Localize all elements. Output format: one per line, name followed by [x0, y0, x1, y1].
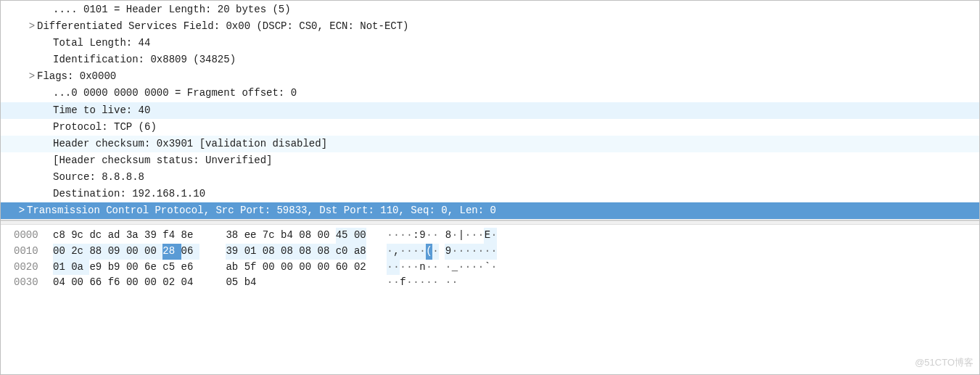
hex-byte[interactable]: 66 — [89, 275, 107, 291]
hex-byte[interactable]: 00 — [354, 228, 366, 244]
ascii-char[interactable]: · — [387, 260, 393, 276]
ip-ttl[interactable]: Time to live: 40 — [1, 102, 979, 119]
hex-byte[interactable]: 01 — [244, 244, 263, 260]
ascii-char[interactable]: 8 — [445, 228, 451, 244]
hex-byte[interactable]: 60 — [336, 260, 354, 276]
ascii-char[interactable]: · — [471, 260, 477, 276]
hex-byte[interactable]: e6 — [181, 260, 199, 276]
hex-byte[interactable]: ee — [244, 228, 263, 244]
hex-byte[interactable]: 02 — [354, 260, 366, 276]
hex-byte[interactable]: 00 — [126, 260, 144, 276]
hex-byte[interactable]: 08 — [299, 228, 317, 244]
ascii-char[interactable]: · — [451, 228, 458, 244]
hex-byte[interactable]: dc — [89, 228, 107, 244]
hex-byte[interactable]: 04 — [53, 275, 71, 291]
ascii-char[interactable]: · — [464, 244, 471, 260]
hex-byte[interactable]: f6 — [108, 275, 126, 291]
hex-byte[interactable]: a8 — [354, 244, 366, 260]
hex-byte[interactable]: f4 — [162, 228, 181, 244]
hex-byte[interactable]: 8e — [181, 228, 199, 244]
ascii-char[interactable]: · — [490, 260, 497, 276]
ascii-char[interactable]: · — [477, 260, 484, 276]
hex-byte[interactable]: 45 — [336, 228, 354, 244]
ascii-char[interactable]: · — [387, 228, 393, 244]
hex-byte[interactable]: 5f — [244, 260, 263, 276]
hex-byte[interactable]: ab — [226, 260, 244, 276]
ascii-char[interactable]: · — [432, 244, 439, 260]
ascii-char[interactable]: · — [419, 275, 426, 291]
ip-len[interactable]: Total Length: 44 — [1, 35, 979, 51]
hex-byte[interactable]: 0a — [71, 260, 89, 276]
ascii-char[interactable]: E — [484, 228, 490, 244]
ascii-char[interactable]: · — [458, 260, 464, 276]
expand-icon[interactable]: > — [17, 202, 27, 219]
ascii-char[interactable]: · — [464, 260, 471, 276]
ascii-char[interactable]: · — [406, 260, 413, 276]
ascii-char[interactable]: ` — [484, 260, 490, 276]
ascii-char[interactable]: · — [406, 228, 413, 244]
hex-byte[interactable]: 00 — [281, 260, 299, 276]
ascii-char[interactable]: · — [490, 244, 497, 260]
ascii-char[interactable]: 9 — [445, 244, 451, 260]
ascii-char[interactable]: · — [426, 260, 432, 276]
hex-byte[interactable]: 04 — [181, 275, 199, 291]
hex-byte[interactable]: 39 — [144, 228, 162, 244]
packet-details-pane[interactable]: .... 0101 = Header Length: 20 bytes (5)>… — [1, 1, 979, 221]
ascii-char[interactable]: · — [477, 228, 484, 244]
expand-icon[interactable]: > — [27, 68, 37, 85]
expand-icon[interactable]: > — [27, 18, 37, 35]
hex-byte[interactable]: b4 — [244, 275, 257, 291]
hex-bytes[interactable]: c8 9c dc ad 3a 39 f4 8e 38 ee 7c b4 08 0… — [53, 228, 387, 244]
hex-byte[interactable]: 09 — [108, 244, 126, 260]
ascii-char[interactable]: ( — [426, 244, 432, 260]
hex-byte[interactable]: 08 — [318, 244, 336, 260]
hex-ascii[interactable]: ·,····(· 9······· — [387, 244, 979, 260]
ascii-char[interactable]: · — [413, 244, 419, 260]
ascii-char[interactable]: · — [406, 244, 413, 260]
hex-ascii[interactable]: ····:9·· 8·|···E· — [387, 228, 979, 244]
ascii-char[interactable]: · — [477, 244, 484, 260]
ascii-char[interactable]: · — [393, 275, 400, 291]
hex-byte[interactable]: 9c — [71, 228, 89, 244]
hex-byte[interactable]: 00 — [318, 260, 336, 276]
ascii-char[interactable]: · — [445, 275, 451, 291]
hex-row[interactable]: 003004 00 66 f6 00 00 02 04 05 b4··f····… — [1, 275, 979, 291]
hex-byte[interactable]: 38 — [226, 228, 244, 244]
ip-src[interactable]: Source: 8.8.8.8 — [1, 169, 979, 186]
ascii-char[interactable]: · — [471, 228, 477, 244]
ascii-char[interactable]: · — [458, 244, 464, 260]
ip-dst[interactable]: Destination: 192.168.1.10 — [1, 186, 979, 202]
ascii-char[interactable]: · — [432, 228, 439, 244]
ascii-char[interactable]: , — [393, 244, 400, 260]
ascii-char[interactable]: · — [432, 260, 439, 276]
ascii-char[interactable]: · — [445, 260, 451, 276]
hex-byte[interactable]: c5 — [162, 260, 181, 276]
hex-byte[interactable]: 00 — [318, 228, 336, 244]
hex-byte[interactable]: 06 — [181, 244, 199, 260]
hex-byte[interactable]: 3a — [126, 228, 144, 244]
ascii-char[interactable]: · — [471, 244, 477, 260]
ascii-char[interactable]: · — [464, 228, 471, 244]
ip-hdrlen[interactable]: .... 0101 = Header Length: 20 bytes (5) — [1, 1, 979, 18]
ascii-char[interactable]: · — [393, 260, 400, 276]
hex-byte[interactable]: 00 — [126, 244, 144, 260]
ip-checksum[interactable]: Header checksum: 0x3901 [validation disa… — [1, 136, 979, 152]
hex-byte[interactable]: ad — [108, 228, 126, 244]
ascii-char[interactable]: · — [400, 244, 406, 260]
hex-byte[interactable]: 02 — [162, 275, 181, 291]
ascii-char[interactable]: 9 — [419, 228, 426, 244]
ascii-char[interactable]: n — [419, 260, 426, 276]
hex-byte[interactable]: 88 — [89, 244, 107, 260]
ascii-char[interactable]: · — [432, 275, 439, 291]
ip-proto[interactable]: Protocol: TCP (6) — [1, 119, 979, 136]
hex-byte[interactable]: 39 — [226, 244, 244, 260]
hex-ascii[interactable]: ·····n·· ·_····`· — [387, 260, 979, 276]
hex-byte[interactable]: 6e — [144, 260, 162, 276]
ascii-char[interactable]: _ — [451, 260, 458, 276]
hex-byte[interactable]: 00 — [53, 244, 71, 260]
ip-dsfield[interactable]: >Differentiated Services Field: 0x00 (DS… — [1, 18, 979, 35]
hex-byte[interactable]: 05 — [226, 275, 244, 291]
ascii-char[interactable]: · — [426, 275, 432, 291]
ascii-char[interactable]: · — [387, 244, 393, 260]
ascii-char[interactable]: · — [413, 275, 419, 291]
